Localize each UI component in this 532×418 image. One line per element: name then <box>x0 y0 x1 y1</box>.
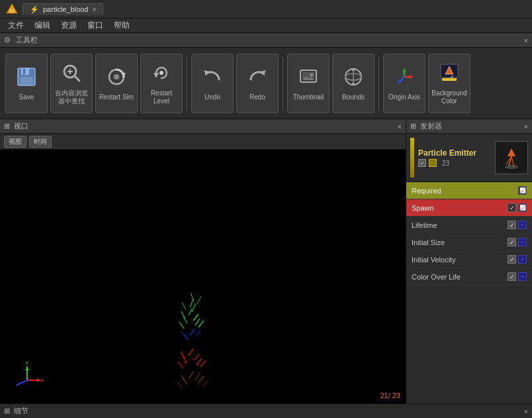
restart-sim-button[interactable]: Restart Sim <box>95 54 138 113</box>
emitter-header-content: Particle Emitter ✓ 23 <box>418 148 476 167</box>
svg-rect-35 <box>442 78 457 81</box>
app-icon: U <box>5 3 19 16</box>
menu-file[interactable]: 文件 <box>3 20 29 31</box>
module-initial-velocity-graph[interactable]: ~ <box>518 255 527 264</box>
svg-point-14 <box>159 71 163 75</box>
tab-icon: ⚡ <box>30 5 39 14</box>
axis-indicator: X Y <box>11 357 44 390</box>
module-lifetime-graph[interactable]: ~ <box>518 221 527 229</box>
menu-help[interactable]: 帮助 <box>109 20 135 31</box>
svg-line-70 <box>199 376 204 383</box>
bounds-button[interactable]: Bounds <box>332 54 375 113</box>
svg-marker-11 <box>122 73 126 77</box>
toolbar-close-button[interactable]: × <box>524 36 528 44</box>
viewport-label-bar: ⊞ 视口 × <box>0 119 406 134</box>
module-spawn-checkbox[interactable] <box>508 203 516 212</box>
module-color-over-life[interactable]: Color Over Life ~ <box>406 268 532 286</box>
tab-close-button[interactable]: × <box>93 6 97 13</box>
module-spawn-graph[interactable]: 📈 <box>518 203 527 212</box>
svg-marker-25 <box>351 82 356 85</box>
thumbnail-button[interactable]: Thumbnail <box>287 54 330 113</box>
detail-close-button[interactable]: × <box>524 407 528 415</box>
svg-line-69 <box>183 378 187 385</box>
save-button[interactable]: Save <box>5 54 48 113</box>
restart-sim-icon <box>106 66 127 91</box>
menu-window[interactable]: 窗口 <box>82 20 109 31</box>
svg-line-55 <box>200 360 206 367</box>
svg-line-62 <box>196 330 200 337</box>
editor-tab[interactable]: ⚡ particle_blood × <box>22 3 103 15</box>
emitter-panel-label: 发射器 <box>420 121 442 131</box>
module-initial-velocity[interactable]: Initial Velocity ~ <box>406 251 532 268</box>
emitter-checkbox-1[interactable]: ✓ <box>418 159 426 167</box>
undo-icon <box>202 66 223 91</box>
viewport-close-button[interactable]: × <box>398 123 402 131</box>
svg-line-40 <box>193 314 199 321</box>
bounds-icon <box>343 66 364 91</box>
find-icon <box>61 62 82 87</box>
background-color-button[interactable]: Background Color <box>428 54 470 113</box>
svg-line-54 <box>178 362 183 368</box>
svg-text:X: X <box>41 378 44 384</box>
origin-axis-button[interactable]: Origin Axis <box>383 54 425 113</box>
svg-point-12 <box>114 74 119 79</box>
svg-line-47 <box>182 302 186 310</box>
viewport-canvas: X Y 21/ 23 <box>0 150 406 403</box>
svg-line-48 <box>197 296 201 304</box>
menu-edit[interactable]: 编辑 <box>29 20 56 31</box>
module-spawn-checkboxes: 📈 <box>508 203 527 212</box>
module-required-label: Required <box>412 187 518 195</box>
viewport-coords: 21/ 23 <box>380 392 400 399</box>
menu-assets[interactable]: 资源 <box>56 20 82 31</box>
module-list: Required 📈 Spawn 📈 Lifetime ~ <box>406 182 532 403</box>
svg-marker-13 <box>154 73 159 78</box>
undo-button[interactable]: Undo <box>191 54 234 113</box>
restart-level-label: Restart Level <box>144 89 179 105</box>
main-layout: ⊞ 视口 × 视图 时间 <box>0 119 532 403</box>
emitter-title: Particle Emitter <box>418 148 476 158</box>
emitter-checkbox-2[interactable] <box>429 159 437 167</box>
save-icon <box>16 66 37 91</box>
save-label: Save <box>19 93 34 101</box>
module-initial-size-checkbox[interactable] <box>508 238 516 246</box>
svg-line-51 <box>195 354 199 360</box>
background-color-icon <box>439 62 460 87</box>
time-button[interactable]: 时间 <box>29 136 52 148</box>
emitter-color-strip <box>410 138 414 178</box>
find-in-browser-button[interactable]: 在内容浏览器中查找 <box>50 54 93 113</box>
find-label: 在内容浏览器中查找 <box>54 89 89 105</box>
module-color-over-life-checkbox[interactable] <box>508 272 516 281</box>
toolbar-content: Save 在内容浏览器中查找 <box>0 48 532 119</box>
module-color-over-life-graph[interactable]: ~ <box>518 272 527 281</box>
svg-line-66 <box>189 372 193 378</box>
module-lifetime-checkbox[interactable] <box>508 221 516 229</box>
svg-line-7 <box>75 76 79 81</box>
svg-rect-5 <box>23 69 25 74</box>
tab-title: particle_blood <box>43 5 89 13</box>
view-button[interactable]: 视图 <box>4 136 26 148</box>
module-color-over-life-label: Color Over Life <box>412 273 508 281</box>
module-spawn[interactable]: Spawn 📈 <box>406 199 532 217</box>
module-initial-size-graph[interactable]: ~ <box>518 238 527 246</box>
redo-button[interactable]: Redo <box>236 54 279 113</box>
svg-line-77 <box>17 380 27 385</box>
module-required-graph[interactable]: 📈 <box>518 186 527 195</box>
module-spawn-label: Spawn <box>412 204 508 212</box>
emitter-label-bar: ⊞ 发射器 × <box>406 119 532 134</box>
toolbar-label: 工具栏 <box>16 35 38 45</box>
svg-line-43 <box>179 322 184 329</box>
viewport-panel: ⊞ 视口 × 视图 时间 <box>0 119 406 403</box>
emitter-grid-icon: ⊞ <box>410 122 416 131</box>
restart-level-button[interactable]: Restart Level <box>140 54 183 113</box>
module-required[interactable]: Required 📈 <box>406 182 532 199</box>
module-lifetime[interactable]: Lifetime ~ <box>406 217 532 234</box>
svg-line-72 <box>203 380 208 387</box>
toolbar-separator-3 <box>378 57 379 110</box>
module-initial-velocity-checkbox[interactable] <box>508 255 516 264</box>
emitter-close-button[interactable]: × <box>524 123 528 131</box>
toolbar-panel: ⚙ 工具栏 × Save <box>0 33 532 119</box>
emitter-count: 23 <box>442 160 449 167</box>
svg-marker-24 <box>351 68 356 72</box>
svg-marker-29 <box>402 69 406 72</box>
module-initial-size[interactable]: Initial Size ~ <box>406 234 532 251</box>
